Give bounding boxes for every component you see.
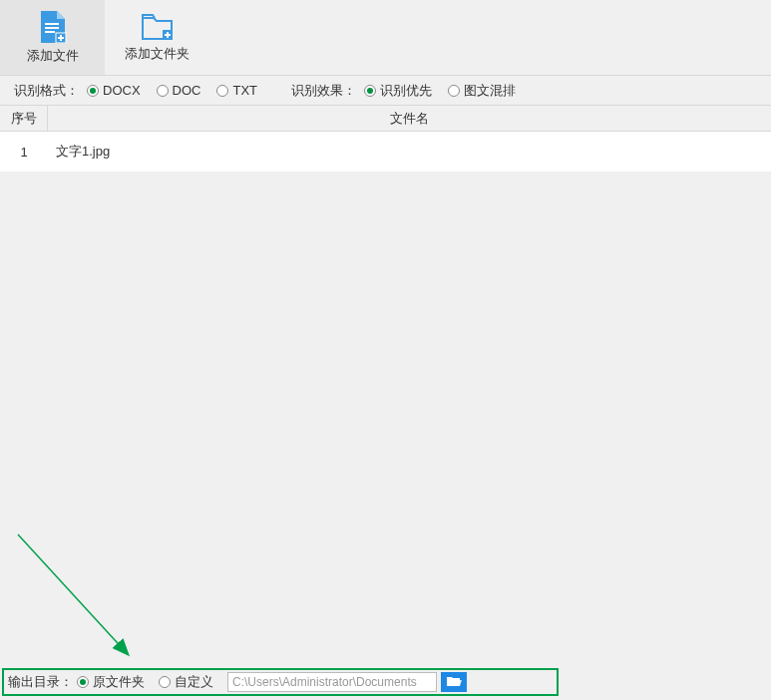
radio-circle-icon: [157, 85, 169, 97]
svg-rect-5: [58, 37, 64, 39]
add-folder-button[interactable]: 添加文件夹: [105, 0, 209, 75]
folder-add-icon: [142, 13, 174, 41]
radio-mixed-label: 图文混排: [464, 82, 516, 100]
format-label: 识别格式：: [14, 82, 79, 100]
radio-doc-label: DOC: [173, 83, 201, 98]
radio-circle-icon: [159, 676, 171, 688]
radio-mixed[interactable]: 图文混排: [448, 82, 516, 100]
radio-circle-icon: [216, 85, 228, 97]
annotation-arrow-icon: [0, 172, 771, 700]
radio-circle-icon: [77, 676, 89, 688]
output-label: 输出目录：: [8, 673, 73, 691]
effect-label: 识别效果：: [291, 82, 356, 100]
radio-txt-label: TXT: [232, 83, 257, 98]
radio-priority-label: 识别优先: [380, 82, 432, 100]
add-folder-label: 添加文件夹: [125, 45, 190, 63]
output-panel: 输出目录： 原文件夹 自定义 C:\Users\Administrator\Do…: [2, 668, 559, 696]
radio-priority[interactable]: 识别优先: [364, 82, 432, 100]
options-bar: 识别格式： DOCX DOC TXT 识别效果： 识别优先 图文混排: [0, 76, 771, 106]
table-body: 1 文字1.jpg: [0, 132, 771, 172]
radio-orig-label: 原文件夹: [93, 673, 145, 691]
svg-line-9: [18, 534, 128, 654]
radio-circle-icon: [448, 85, 460, 97]
column-name-header: 文件名: [48, 110, 771, 128]
radio-txt[interactable]: TXT: [216, 83, 257, 98]
file-add-icon: [39, 11, 67, 43]
radio-circle-icon: [87, 85, 99, 97]
add-file-label: 添加文件: [27, 47, 79, 65]
radio-docx[interactable]: DOCX: [87, 83, 141, 98]
svg-rect-8: [165, 34, 171, 36]
add-file-button[interactable]: 添加文件: [0, 0, 105, 75]
column-seq-header: 序号: [0, 106, 48, 131]
toolbar: 添加文件 添加文件夹: [0, 0, 771, 76]
radio-doc[interactable]: DOC: [157, 83, 201, 98]
radio-docx-label: DOCX: [103, 83, 141, 98]
radio-custom-label: 自定义: [175, 673, 213, 691]
svg-rect-2: [45, 31, 55, 33]
radio-orig-folder[interactable]: 原文件夹: [77, 673, 145, 691]
svg-rect-1: [45, 27, 59, 29]
table-row[interactable]: 1 文字1.jpg: [0, 132, 771, 172]
browse-button[interactable]: [441, 672, 467, 692]
cell-name: 文字1.jpg: [48, 143, 110, 161]
cell-seq: 1: [0, 145, 48, 160]
radio-circle-icon: [364, 85, 376, 97]
table-header: 序号 文件名: [0, 106, 771, 132]
output-path-input[interactable]: C:\Users\Administrator\Documents: [227, 672, 437, 692]
radio-custom-folder[interactable]: 自定义: [159, 673, 213, 691]
svg-rect-0: [45, 23, 59, 25]
folder-open-icon: [446, 675, 462, 690]
empty-area: [0, 172, 771, 668]
